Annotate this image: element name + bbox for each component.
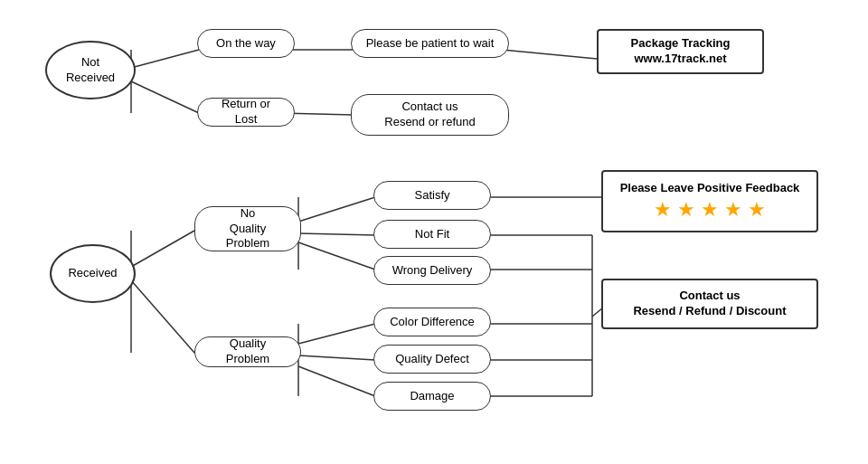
quality-defect-node: Quality Defect <box>373 345 491 374</box>
feedback-box: Please Leave Positive Feedback ★ ★ ★ ★ ★ <box>601 170 818 232</box>
svg-line-13 <box>298 324 375 344</box>
contact-resend-refund-node: Contact us Resend or refund <box>351 94 509 136</box>
svg-line-3 <box>502 50 597 59</box>
package-tracking-node: Package Tracking www.17track.net <box>597 29 764 74</box>
svg-line-6 <box>131 231 194 267</box>
diagram: Not Received On the way Return or Lost P… <box>0 0 868 464</box>
patient-wait-node: Please be patient to wait <box>351 29 509 58</box>
svg-line-1 <box>131 81 199 113</box>
svg-line-9 <box>298 197 375 222</box>
quality-problem-node: Quality Problem <box>194 336 301 367</box>
damage-node: Damage <box>373 382 491 411</box>
received-node: Received <box>50 244 136 303</box>
no-quality-problem-node: No Quality Problem <box>194 206 301 251</box>
svg-line-10 <box>298 233 375 235</box>
svg-line-15 <box>298 366 375 396</box>
star-rating: ★ ★ ★ ★ ★ <box>616 198 804 222</box>
not-received-node: Not Received <box>45 41 136 99</box>
wrong-delivery-node: Wrong Delivery <box>373 256 491 285</box>
on-the-way-node: On the way <box>197 29 295 58</box>
contact-resend-discount-node: Contact us Resend / Refund / Discount <box>601 279 818 329</box>
return-or-lost-node: Return or Lost <box>197 98 295 127</box>
color-difference-node: Color Difference <box>373 308 491 336</box>
svg-line-11 <box>298 242 375 270</box>
not-fit-node: Not Fit <box>373 220 491 249</box>
svg-line-0 <box>131 50 199 68</box>
satisfy-node: Satisfy <box>373 181 491 210</box>
svg-line-7 <box>131 280 194 353</box>
svg-line-14 <box>298 355 375 360</box>
feedback-label: Please Leave Positive Feedback <box>616 181 804 194</box>
